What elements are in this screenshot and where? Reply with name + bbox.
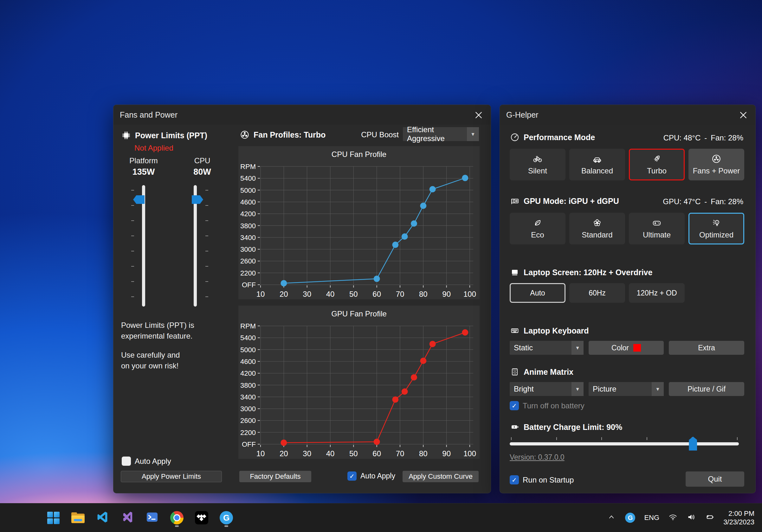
perf-mode-fans-power-button[interactable]: Fans + Power bbox=[688, 149, 744, 181]
chevron-down-icon[interactable] bbox=[572, 341, 583, 355]
g-helper-close-button[interactable] bbox=[738, 110, 748, 120]
ytick-label: 5000 bbox=[240, 346, 256, 354]
terminal-button[interactable] bbox=[143, 507, 161, 528]
screen-120hz-od-button[interactable]: 120Hz + OD bbox=[629, 283, 685, 303]
xtick-label: 50 bbox=[349, 290, 358, 298]
power-limits-status: Not Applied bbox=[134, 144, 173, 153]
fan-curve-point[interactable] bbox=[429, 341, 436, 347]
cpu-power-slider[interactable] bbox=[194, 185, 197, 307]
turn-off-on-battery-checkbox[interactable]: Turn off on battery bbox=[510, 401, 584, 410]
xtick-label: 90 bbox=[442, 449, 451, 458]
chrome-button[interactable] bbox=[168, 507, 186, 528]
anime-matrix-heading: Anime Matrix bbox=[524, 367, 573, 377]
matrix-brightness-dropdown[interactable]: Bright bbox=[510, 382, 583, 396]
quit-button[interactable]: Quit bbox=[686, 472, 744, 487]
cpu-boost-dropdown[interactable]: Efficient Aggressive bbox=[403, 127, 479, 141]
gpu-mode-ultimate-button[interactable]: Ultimate bbox=[629, 213, 685, 245]
run-on-startup-checkbox[interactable]: Run on Startup bbox=[510, 475, 574, 485]
ytick-label: 5000 bbox=[240, 187, 256, 194]
chevron-down-icon[interactable] bbox=[467, 127, 479, 141]
slider-tick bbox=[556, 437, 557, 440]
fan-curve-point[interactable] bbox=[420, 202, 426, 209]
cpu-temp-fan-stats: CPU: 48°C - Fan: 28% bbox=[663, 133, 743, 142]
checkbox-box[interactable] bbox=[510, 475, 519, 485]
curve-auto-apply-checkbox[interactable]: Auto Apply bbox=[347, 472, 395, 481]
wifi-icon[interactable] bbox=[668, 512, 678, 523]
version-link[interactable]: Version: 0.37.0.0 bbox=[510, 453, 565, 462]
fans-window-close-button[interactable] bbox=[474, 110, 484, 120]
gpu-fan-chart[interactable]: OFF220026003000340038004200460050005400R… bbox=[238, 306, 480, 459]
fan-curve-point[interactable] bbox=[280, 439, 287, 446]
chrome-icon bbox=[170, 511, 184, 524]
screen-auto-button[interactable]: Auto bbox=[510, 283, 566, 303]
checkbox-box[interactable] bbox=[510, 401, 519, 410]
fan-curve-point[interactable] bbox=[402, 233, 408, 240]
perf-mode-balanced-button[interactable]: Balanced bbox=[569, 149, 625, 181]
fan-curve-point[interactable] bbox=[374, 275, 380, 282]
battery-tray-icon[interactable] bbox=[705, 512, 715, 523]
volume-icon[interactable] bbox=[687, 512, 696, 523]
cpu-limit-group: CPU 80W bbox=[179, 156, 226, 177]
chevron-down-icon[interactable] bbox=[572, 382, 583, 396]
vscode-button[interactable] bbox=[94, 507, 112, 528]
file-explorer-button[interactable] bbox=[69, 507, 87, 528]
g-helper-titlebar[interactable]: G-Helper bbox=[500, 105, 755, 124]
apply-custom-curve-button[interactable]: Apply Custom Curve bbox=[403, 471, 479, 482]
fan-curve-point[interactable] bbox=[411, 220, 417, 227]
fan-curve-point[interactable] bbox=[374, 439, 380, 445]
checkbox-box[interactable] bbox=[347, 472, 356, 481]
checkbox-label: Turn off on battery bbox=[523, 401, 584, 410]
checkbox-box[interactable] bbox=[122, 457, 131, 466]
matrix-content-dropdown[interactable]: Picture bbox=[589, 382, 664, 396]
fan-curve-point[interactable] bbox=[429, 186, 436, 192]
picture-gif-button[interactable]: Picture / Gif bbox=[669, 382, 744, 396]
start-button[interactable] bbox=[44, 507, 62, 528]
ytick-label: 2200 bbox=[240, 269, 256, 277]
fan-curve-point[interactable] bbox=[462, 175, 468, 181]
tidal-button[interactable] bbox=[193, 507, 210, 528]
keyboard-mode-dropdown[interactable]: Static bbox=[510, 341, 583, 355]
fan-curve-line bbox=[284, 178, 465, 283]
gpu-fan-chart-panel: OFF220026003000340038004200460050005400R… bbox=[238, 306, 480, 459]
perf-mode-silent-button[interactable]: Silent bbox=[510, 149, 566, 181]
visual-studio-button[interactable] bbox=[118, 507, 136, 528]
apply-power-limits-button[interactable]: Apply Power Limits bbox=[121, 471, 222, 482]
cpu-slider-thumb[interactable] bbox=[192, 195, 203, 204]
perf-mode-label: Turbo bbox=[647, 167, 667, 175]
g-helper-taskbar-button[interactable] bbox=[217, 507, 235, 528]
keyboard-color-button[interactable]: Color bbox=[589, 341, 664, 355]
battery-limit-slider[interactable] bbox=[510, 442, 739, 445]
gpu-mode-standard-button[interactable]: Standard bbox=[569, 213, 625, 245]
cpu-label: CPU bbox=[179, 156, 226, 165]
fan-curve-point[interactable] bbox=[411, 374, 417, 380]
platform-slider-thumb[interactable] bbox=[133, 195, 145, 204]
xtick-label: 20 bbox=[279, 449, 288, 458]
gpu-mode-eco-button[interactable]: Eco bbox=[510, 213, 566, 245]
chevron-down-icon[interactable] bbox=[652, 382, 664, 396]
keyboard-extra-button[interactable]: Extra bbox=[669, 341, 744, 355]
fan-curve-point[interactable] bbox=[392, 396, 399, 403]
fan-curve-point[interactable] bbox=[420, 358, 426, 364]
power-auto-apply-checkbox[interactable]: Auto Apply bbox=[122, 457, 171, 466]
close-icon bbox=[474, 110, 484, 120]
screen-60hz-button[interactable]: 60Hz bbox=[569, 283, 625, 303]
checkbox-label: Run on Startup bbox=[523, 476, 574, 485]
gpu-mode-optimized-button[interactable]: Optimized bbox=[688, 213, 744, 245]
gpu-temp-fan-stats: GPU: 47°C - Fan: 28% bbox=[663, 197, 743, 206]
fan-curve-point[interactable] bbox=[392, 242, 399, 248]
platform-power-slider[interactable] bbox=[142, 185, 145, 307]
cpu-value: 80W bbox=[179, 167, 226, 177]
language-indicator[interactable]: ENG bbox=[644, 514, 659, 522]
cpu-fan-chart[interactable]: OFF220026003000340038004200460050005400R… bbox=[238, 146, 480, 299]
fan-curve-point[interactable] bbox=[280, 280, 287, 286]
fan-curve-point[interactable] bbox=[462, 330, 468, 336]
taskbar-clock[interactable]: 2:00 PM 3/23/2023 bbox=[723, 509, 754, 526]
tray-chevron-up-icon[interactable] bbox=[607, 512, 616, 523]
factory-defaults-button[interactable]: Factory Defaults bbox=[239, 471, 311, 482]
fans-window-titlebar[interactable]: Fans and Power bbox=[114, 105, 491, 124]
g-helper-tray-icon[interactable] bbox=[625, 513, 635, 523]
perf-mode-turbo-button[interactable]: Turbo bbox=[629, 149, 685, 181]
power-limits-note-1: Power Limits (PPT) is experimental featu… bbox=[121, 320, 194, 342]
fan-curve-point[interactable] bbox=[402, 388, 408, 395]
terminal-icon bbox=[145, 510, 159, 525]
